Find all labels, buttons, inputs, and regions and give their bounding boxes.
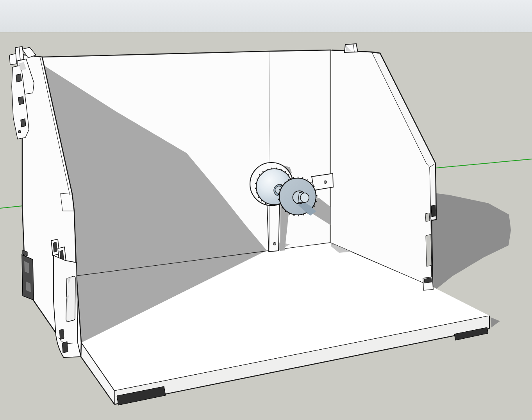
axle-cap [300, 193, 309, 202]
bracket-hole [324, 181, 327, 184]
horizontal-bracket[interactable] [312, 173, 333, 190]
hinge-hole [18, 130, 21, 133]
bracket-hole [273, 243, 276, 245]
hinge-slot [18, 97, 24, 105]
right-panel-slot-small [425, 213, 430, 222]
right-panel-dark-tab [431, 205, 436, 217]
top-tab[interactable] [345, 44, 358, 52]
sky [0, 0, 532, 32]
hinge-slot [21, 119, 26, 127]
handle-slot-dark [53, 242, 57, 252]
handle-foot-slot [62, 341, 68, 353]
hinge-slot [16, 74, 21, 82]
handle-foot-slot [59, 329, 64, 340]
right-panel-slot [426, 234, 432, 266]
3d-viewport[interactable] [0, 0, 532, 420]
